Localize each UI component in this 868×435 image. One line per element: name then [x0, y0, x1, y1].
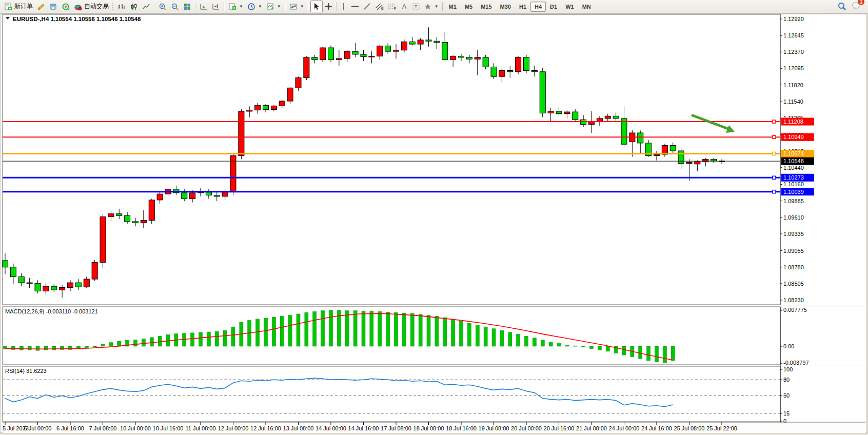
- templates-icon: [289, 3, 298, 11]
- horizontal-line-icon: [351, 3, 359, 10]
- rsi-axis-label: 80: [783, 377, 790, 383]
- candle-bearish: [442, 43, 448, 60]
- navigator-button[interactable]: [60, 1, 72, 12]
- auto-scroll-icon: [200, 3, 208, 11]
- macd-histogram-bar: [305, 312, 308, 346]
- arrows-tool[interactable]: ▼: [422, 1, 441, 12]
- new-order-button[interactable]: 新订单: [2, 1, 35, 12]
- candle-bearish: [133, 222, 139, 223]
- macd-axis-label: 0.007775: [783, 307, 807, 313]
- candle-bullish: [43, 286, 49, 291]
- line-handle[interactable]: [773, 120, 776, 123]
- price-axis-label: 1.08780: [783, 264, 804, 270]
- timeframe-MN[interactable]: MN: [578, 2, 595, 12]
- timeframe-M15[interactable]: M15: [477, 2, 496, 12]
- candle-bearish: [214, 195, 220, 196]
- candle-bearish: [524, 57, 529, 71]
- timeframe-H1[interactable]: H1: [515, 2, 530, 12]
- macd-histogram-bar: [663, 346, 666, 363]
- line-handle[interactable]: [773, 190, 776, 193]
- candle-bearish: [466, 57, 472, 60]
- time-axis-label: 25 Jul 22:00: [706, 425, 737, 431]
- macd-label: MACD(12,26,9) -0.003110 -0.003121: [5, 308, 98, 314]
- new-chart-button[interactable]: ▼: [226, 1, 245, 12]
- candle-bullish: [450, 56, 456, 60]
- candle-bearish: [556, 111, 562, 114]
- search-icon[interactable]: [838, 2, 846, 11]
- timeframe-M30[interactable]: M30: [496, 2, 515, 12]
- timeframe-H4[interactable]: H4: [530, 2, 546, 12]
- macd-histogram-bar: [671, 346, 675, 361]
- dropdown-caret: ▼: [258, 4, 262, 9]
- macd-histogram-bar: [443, 318, 447, 346]
- macd-histogram-bar: [386, 312, 390, 346]
- auto-scroll-button[interactable]: [198, 1, 210, 12]
- time-axis-label: 24 Jul 16:00: [641, 425, 672, 431]
- candle-bearish: [613, 116, 619, 118]
- new-chart-icon: [228, 3, 236, 11]
- candle-bearish: [385, 46, 391, 52]
- candle-bullish: [108, 214, 114, 217]
- candle-bullish: [597, 118, 602, 122]
- chart-canvas[interactable]: 1.129201.126451.123701.120951.118201.115…: [0, 13, 868, 435]
- candle-bullish: [190, 193, 195, 199]
- macd-histogram-bar: [329, 310, 333, 346]
- zoom-in-button[interactable]: [156, 1, 169, 12]
- crosshair-icon: [325, 3, 332, 10]
- macd-histogram-bar: [435, 316, 439, 346]
- timeframe-M5[interactable]: M5: [461, 2, 477, 12]
- chat-button[interactable]: 1: [852, 1, 861, 12]
- autotrading-icon: [74, 3, 82, 11]
- candle-bullish: [475, 57, 480, 60]
- tile-windows-button[interactable]: [181, 1, 193, 12]
- price-axis-label: 1.09610: [783, 214, 804, 221]
- autotrading-button[interactable]: 自动交易: [72, 1, 111, 12]
- chart-candles-button[interactable]: [128, 1, 140, 12]
- candle-bearish: [540, 72, 545, 113]
- indicators-button[interactable]: ▼: [264, 1, 283, 12]
- trendline-tool[interactable]: [361, 1, 373, 12]
- candle-bullish: [68, 283, 73, 287]
- macd-histogram-bar: [101, 344, 105, 346]
- vertical-line-tool[interactable]: [339, 1, 349, 12]
- macd-histogram-bar: [117, 341, 121, 346]
- time-axis-label: 18 Jul 00:00: [413, 425, 444, 431]
- time-axis-label: 7 Jul 08:00: [89, 425, 117, 431]
- rsi-label: RSI(14) 31.6223: [5, 368, 47, 374]
- candle-bullish: [279, 101, 285, 106]
- line-handle[interactable]: [773, 176, 776, 179]
- macd-histogram-bar: [52, 346, 56, 350]
- chart-line-button[interactable]: [140, 1, 152, 12]
- candle-bearish: [352, 51, 358, 54]
- line-handle[interactable]: [773, 152, 776, 155]
- text-tool[interactable]: A: [399, 1, 410, 12]
- timeframe-D1[interactable]: D1: [546, 2, 561, 12]
- templates-button[interactable]: ▼: [287, 1, 306, 12]
- chart-shift-button[interactable]: [210, 1, 222, 12]
- toolbar-separator: [154, 2, 155, 11]
- text-label-tool[interactable]: T: [410, 1, 422, 12]
- fibonacci-tool[interactable]: F: [386, 1, 399, 12]
- horizontal-line-tool[interactable]: [349, 1, 361, 12]
- macd-histogram-bar: [231, 327, 235, 346]
- cursor-button[interactable]: [310, 1, 323, 12]
- chart-bars-button[interactable]: [115, 1, 128, 12]
- cursor-icon: [313, 3, 320, 10]
- candle-bearish: [483, 57, 488, 67]
- timeframe-M1[interactable]: M1: [445, 2, 461, 12]
- candle-bearish: [3, 261, 8, 267]
- crosshair-button[interactable]: [323, 1, 334, 12]
- zoom-out-button[interactable]: [169, 1, 181, 12]
- timeframe-W1[interactable]: W1: [561, 2, 578, 12]
- chart-header: EURUSD-,H4 1.10554 1.10556 1.10546 1.105…: [13, 16, 141, 22]
- line-handle[interactable]: [773, 135, 776, 139]
- candle-bullish: [499, 70, 505, 76]
- market-watch-button[interactable]: [35, 1, 47, 12]
- equidistant-channel-tool[interactable]: E: [373, 1, 386, 12]
- period-selector-button[interactable]: ▼: [245, 1, 264, 12]
- candle-bearish: [409, 42, 415, 44]
- price-axis-label: 1.10160: [783, 181, 804, 187]
- data-window-button[interactable]: [47, 1, 60, 12]
- macd-histogram-bar: [565, 345, 569, 346]
- candle-bearish: [263, 105, 269, 109]
